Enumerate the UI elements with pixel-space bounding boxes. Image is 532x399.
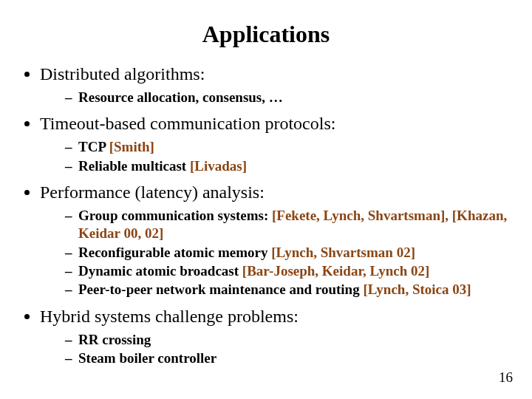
citation: [Bar-Joseph, Keidar, Lynch 02] [242,263,430,279]
slide-title: Applications [15,21,517,48]
sub-item: Reconfigurable atomic memory [Lynch, Shv… [65,244,517,262]
slide: Applications Distributed algorithms: Res… [0,0,532,399]
sub-item-text: Peer-to-peer network maintenance and rou… [78,282,363,297]
sub-item: TCP [Smith] [65,138,517,156]
sub-item-text: Steam boiler controller [78,350,216,366]
sub-item: RR crossing [65,331,517,349]
sub-item: Steam boiler controller [65,349,517,367]
bullet-timeout-protocols: Timeout-based communication protocols: T… [40,114,517,175]
sub-list: Resource allocation, consensus, … [40,89,517,106]
sub-item: Resource allocation, consensus, … [65,89,517,106]
sub-item-text: Reliable multicast [78,158,190,174]
sub-list: TCP [Smith] Reliable multicast [Livadas] [40,138,517,175]
citation: [Livadas] [190,158,247,174]
sub-item: Peer-to-peer network maintenance and rou… [65,281,517,299]
sub-item: Dynamic atomic broadcast [Bar-Joseph, Ke… [65,262,517,280]
sub-item-text: Dynamic atomic broadcast [78,263,242,279]
bullet-hybrid-systems: Hybrid systems challenge problems: RR cr… [40,307,517,368]
page-number: 16 [499,369,513,386]
bullet-heading: Timeout-based communication protocols: [40,114,335,133]
citation: [Lynch, Shvartsman 02] [271,245,415,260]
sub-item-text: Reconfigurable atomic memory [78,245,271,260]
bullet-heading: Distributed algorithms: [40,64,205,83]
sub-item-text: Group communication systems: [78,208,272,223]
citation: [Smith] [109,139,154,154]
citation: [Lynch, Stoica 03] [363,282,471,297]
sub-item: Group communication systems: [Fekete, Ly… [65,207,517,243]
bullet-performance-analysis: Performance (latency) analysis: Group co… [40,183,517,299]
sub-item: Reliable multicast [Livadas] [65,157,517,175]
sub-item-text: TCP [78,139,109,154]
sub-item-text: Resource allocation, consensus, … [78,89,283,105]
bullet-distributed-algorithms: Distributed algorithms: Resource allocat… [40,64,517,106]
bullet-heading: Performance (latency) analysis: [40,183,265,202]
sub-item-text: RR crossing [78,332,151,347]
sub-list: Group communication systems: [Fekete, Ly… [40,207,517,299]
bullet-heading: Hybrid systems challenge problems: [40,307,299,326]
sub-list: RR crossing Steam boiler controller [40,331,517,368]
bullet-list: Distributed algorithms: Resource allocat… [15,64,517,367]
